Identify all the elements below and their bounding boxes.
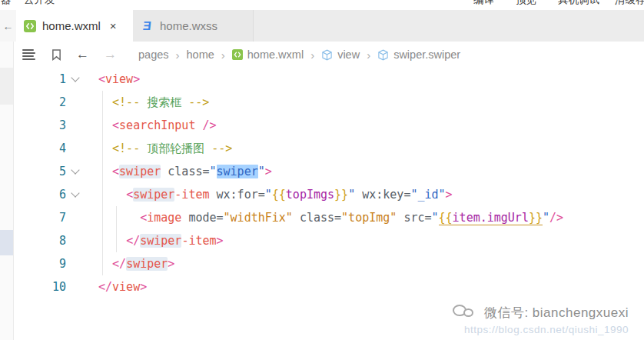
sidebar-sliver[interactable] [0, 42, 14, 340]
code-token: --> [188, 95, 209, 109]
code-token: > [265, 165, 272, 178]
chevron-separator-icon: › [310, 48, 314, 62]
fold-chevron-down-icon[interactable] [71, 73, 79, 82]
code-token: " [432, 211, 439, 225]
breadcrumb-item-pages[interactable]: pages [138, 48, 169, 61]
code-token: < [98, 72, 105, 86]
code-token: -item [174, 188, 209, 202]
code-token: swiper [217, 165, 258, 178]
code-token: }} [529, 211, 543, 225]
code-token: {{ [439, 211, 453, 225]
line-number: 5 [23, 160, 66, 183]
line-number: 6 [23, 183, 66, 206]
code-token: < [126, 188, 133, 202]
toolbar-item-cloud-dev[interactable]: 云开发 [24, 0, 55, 7]
tab-home-wxss[interactable]: Ǝ home.wxss [133, 10, 254, 42]
code-token: view [112, 280, 140, 294]
code-token: " [439, 188, 446, 202]
line-number: 2 [23, 91, 66, 114]
code-token [98, 165, 112, 178]
fold-chevron-down-icon[interactable] [71, 188, 79, 197]
code-text: </view> [98, 275, 147, 298]
code-token: </ [126, 234, 140, 248]
code-token: view [105, 72, 133, 86]
line-number: 1 [23, 68, 66, 91]
code-token: > [168, 257, 174, 271]
code-token: topImgs [286, 188, 334, 202]
tab-label: home.wxss [160, 19, 217, 32]
wechat-id-label: 微信号: bianchengxuexi [484, 304, 629, 322]
code-line[interactable]: 9 </swiper> [14, 252, 644, 275]
code-line[interactable]: 10</view> [14, 275, 644, 298]
code-editor[interactable]: 1<view>2 <!-- 搜索框 -->3 <searchInput />4 … [14, 68, 644, 298]
close-tab-icon[interactable]: × [110, 19, 117, 32]
toolbar-item-partial[interactable]: 器 [1, 0, 12, 7]
code-text: <swiper class="swiper"> [98, 160, 272, 183]
tab-home-wxml[interactable]: home.wxml × [16, 10, 133, 42]
breadcrumb-item-home-wxml[interactable]: home.wxml [232, 48, 304, 61]
cube-icon [321, 49, 333, 61]
code-token [98, 188, 126, 202]
code-line[interactable]: 1<view> [14, 68, 644, 91]
tab-bar: ← home.wxml × Ǝ home.wxss [0, 10, 644, 42]
code-line[interactable]: 5 <swiper class="swiper"> [14, 160, 644, 183]
code-token: wx:key [362, 188, 403, 202]
navigate-back-icon[interactable]: ← [76, 47, 89, 62]
code-line[interactable]: 8 </swiper-item> [14, 229, 644, 252]
code-token: < [140, 211, 147, 225]
code-token: wx:for [217, 188, 258, 202]
breadcrumb-item-swiper[interactable]: swiper.swiper [377, 48, 460, 61]
navigate-forward-icon: → [104, 47, 117, 62]
code-token [98, 95, 112, 109]
toolbar-item-preview[interactable]: 预览 [516, 0, 536, 7]
line-number: 7 [23, 206, 66, 229]
code-token: }} [334, 188, 348, 202]
code-token [98, 234, 126, 248]
code-text: <!-- 顶部轮播图 --> [98, 137, 232, 160]
code-token: _id [417, 188, 438, 202]
code-text: <view> [98, 68, 140, 91]
code-token: class [300, 211, 334, 225]
code-line[interactable]: 7 <image mode="widthFix" class="topImg" … [14, 206, 644, 229]
toolbar-item-clear-cache[interactable]: 清缓存 [615, 0, 644, 7]
bookmark-icon[interactable] [51, 45, 61, 64]
breadcrumb-item-home[interactable]: home [187, 48, 214, 61]
left-arrow-icon: ← [3, 20, 14, 32]
code-token [293, 211, 300, 225]
tab-scroll-left-button[interactable]: ← [0, 10, 16, 42]
code-token: class [168, 165, 202, 178]
line-number: 8 [23, 229, 66, 252]
line-number: 4 [23, 137, 66, 160]
code-line[interactable]: 2 <!-- 搜索框 --> [14, 91, 644, 114]
line-number: 3 [23, 114, 66, 137]
toolbar-item-compile[interactable]: 编译 [473, 0, 494, 7]
code-text: <image mode="widthFix" class="topImg" sr… [98, 206, 563, 229]
toolbar-item-device-debug[interactable]: 真机调试 [558, 0, 599, 7]
code-token [98, 211, 140, 225]
code-line[interactable]: 4 <!-- 顶部轮播图 --> [14, 137, 644, 160]
code-token: < [112, 118, 119, 132]
cube-icon [377, 49, 389, 61]
code-token [210, 188, 217, 202]
line-number: 10 [23, 275, 66, 298]
breadcrumb-item-view[interactable]: view [321, 48, 360, 61]
outline-menu-icon[interactable] [22, 45, 35, 64]
code-token: item.imgUrl [453, 211, 529, 225]
code-line[interactable]: 3 <searchInput /> [14, 114, 644, 137]
code-token: {{ [272, 188, 286, 202]
code-token: <!-- [112, 95, 140, 109]
fold-chevron-down-icon[interactable] [71, 165, 79, 174]
code-token: src [403, 211, 424, 225]
code-token [98, 142, 112, 155]
code-token: " [265, 188, 272, 202]
code-line[interactable]: 6 <swiper-item wx:for="{{topImgs}}" wx:k… [14, 183, 644, 206]
code-token: = [424, 211, 431, 225]
code-token: mode [188, 211, 216, 225]
code-token: "widthFix" [224, 211, 293, 225]
tab-label: home.wxml [42, 19, 101, 32]
sidebar-row-selected [0, 230, 13, 255]
code-token: swiper [140, 234, 181, 248]
code-token [98, 257, 112, 271]
code-token [98, 118, 112, 132]
code-token: " [543, 211, 549, 225]
